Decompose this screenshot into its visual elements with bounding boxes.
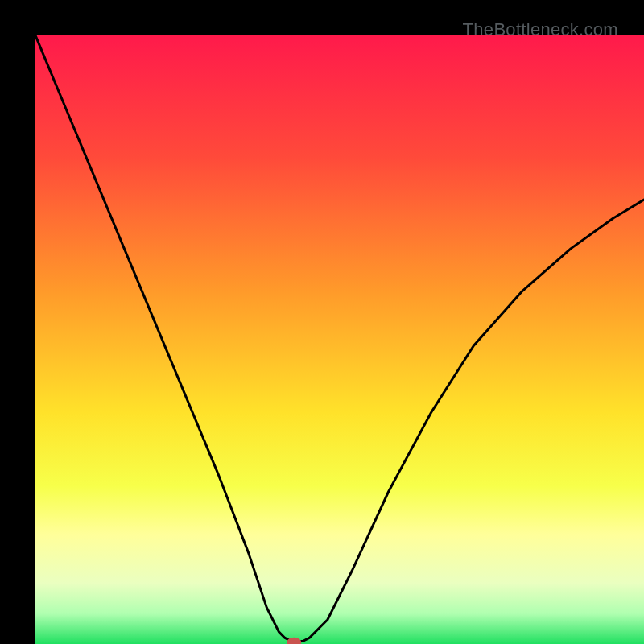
plot-area (35, 35, 644, 644)
gradient-background (35, 35, 644, 644)
chart-svg (35, 35, 644, 644)
chart-frame: TheBottleneck.com (0, 0, 644, 644)
watermark-text: TheBottleneck.com (463, 19, 618, 40)
